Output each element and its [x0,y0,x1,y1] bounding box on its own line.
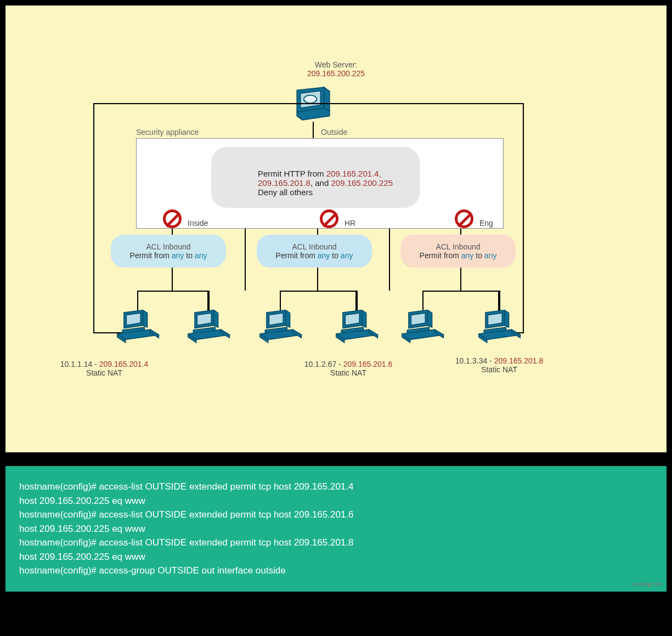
hframe-inside [137,291,208,313]
security-appliance-label: Security appliance [136,128,199,137]
permit-deny-line: Deny all others [258,188,313,197]
svg-marker-10 [150,330,159,338]
permit-ip-3: 209.165.200.225 [331,178,393,188]
svg-marker-45 [512,330,521,338]
acl-permit-prefix: Permit from [420,251,461,260]
svg-marker-21 [286,310,290,327]
acl-any-2: any [341,251,353,260]
host-2-sub: Static NAT [330,368,366,377]
svg-marker-7 [143,310,148,327]
acl-eng: ACL Inbound Permit from any to any [400,235,516,268]
dash: - [487,356,494,365]
code-line-5: hostname(config)# access-list OUTSIDE ex… [19,536,653,550]
pc-1 [117,310,160,344]
acl-title: ACL Inbound [292,242,336,251]
svg-marker-17 [221,330,230,338]
inside-label: Inside [188,219,208,228]
host-2-label: 10.1.2.67 - 209.165.201.6 Static NAT [288,360,409,377]
code-line-2: host 209.165.200.225 eq www [19,494,653,508]
acl-any-2: any [484,251,497,260]
permit-ip-2: 209.165.201.8 [258,178,310,188]
pc2-drop [208,291,210,313]
acl-hr: ACL Inbound Permit from any to any [257,235,372,268]
host-2-nat: 209.165.201.6 [343,360,393,368]
acl-to: to [184,251,194,260]
code-line-4: host 209.165.200.225 eq www [19,522,653,536]
web-server-label: Web Server: 209.165.200.225 [5,60,667,78]
svg-marker-35 [428,310,432,327]
svg-marker-41 [488,313,502,326]
watermark: creately.com [631,580,662,588]
dash: - [336,360,343,368]
acl-permit-prefix: Permit from [276,251,318,260]
pc6-drop [499,291,500,313]
permit-text-mid: , and [310,178,331,188]
permit-text-prefix: Permit HTTP from [258,169,326,178]
acl-any-2: any [195,251,207,260]
pc5-drop [422,291,423,313]
svg-marker-20 [269,313,283,326]
code-line-1: hostname(config)# access-list OUTSIDE ex… [19,480,653,494]
host-3-sub: Static NAT [481,365,517,374]
host-3-label: 10.1.3.34 - 209.165.201.8 Static NAT [439,356,560,374]
acl-to: to [330,251,340,260]
stem-eng-a [389,229,390,291]
host-1-sub: Static NAT [86,368,122,377]
pc-2 [188,310,230,344]
hframe-eng [422,291,499,313]
pc3-drop [280,291,281,313]
host-3-local: 10.1.3.34 [455,356,487,365]
svg-marker-34 [411,313,425,326]
pc-3 [259,310,302,344]
deny-icon-hr [320,209,338,228]
hframe-hr [280,291,357,313]
acl-title: ACL Inbound [146,242,190,251]
svg-marker-42 [505,310,509,327]
web-server-ip: 209.165.200.225 [307,69,365,78]
acl-permit-prefix: Permit from [130,251,172,260]
config-code-block: hostname(config)# access-list OUTSIDE ex… [5,466,667,592]
acl-any-1: any [318,251,330,260]
web-server-title: Web Server: [315,60,358,69]
host-3-nat: 209.165.201.8 [494,356,544,365]
svg-point-2 [304,95,317,103]
host-1-nat: 209.165.201.4 [99,360,149,368]
host-2-local: 10.1.2.67 [304,360,336,368]
svg-marker-27 [345,313,359,326]
hr-label: HR [345,219,355,228]
svg-marker-13 [197,313,211,326]
eng-label: Eng [479,219,493,228]
acl-title: ACL Inbound [436,242,480,251]
diagram-canvas: Web Server: 209.165.200.225 Security app… [5,5,667,452]
host-1-label: 10.1.1.14 - 209.165.201.4 Static NAT [44,360,165,377]
svg-marker-38 [435,330,444,338]
pc-4 [336,310,379,344]
pc4-drop [357,291,358,313]
permit-ip-1: 209.165.201.4, [326,169,381,178]
pc-5 [402,310,444,344]
acl-inside: ACL Inbound Permit from any to any [111,235,226,268]
acl-any-1: any [461,251,474,260]
deny-icon-eng [455,209,473,228]
svg-marker-14 [214,310,218,327]
svg-marker-6 [126,313,140,326]
host-1-local: 10.1.1.14 [60,360,92,368]
pc-6 [478,310,521,344]
code-line-3: hostname(config)# access-list OUTSIDE ex… [19,508,653,522]
acl-any-1: any [172,251,184,260]
permit-callout: Permit HTTP from 209.165.201.4, 209.165.… [211,147,420,208]
deny-icon-inside [163,209,182,228]
svg-marker-24 [293,330,302,338]
outside-label: Outside [321,128,347,137]
stem-inside-2 [245,229,246,291]
code-line-6: host 209.165.200.225 eq www [19,550,653,564]
svg-marker-28 [362,310,366,327]
svg-marker-31 [369,330,378,338]
code-line-7: hostname(config)# access-group OUTSIDE o… [19,564,653,578]
dash: - [92,360,99,368]
acl-to: to [473,251,484,260]
